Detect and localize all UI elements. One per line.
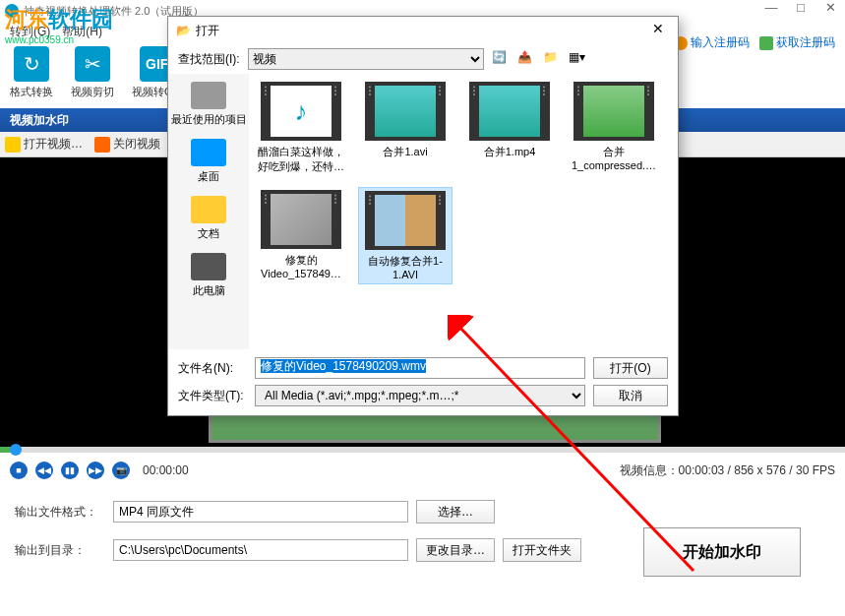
filename-label: 文件名(N): — [178, 360, 247, 377]
dialog-title: 打开 — [196, 23, 219, 39]
output-format-label: 输出文件格式： — [15, 504, 113, 521]
tool-crop[interactable]: ✂ 视频剪切 — [71, 46, 114, 103]
play-button[interactable]: ▮▮ — [61, 462, 79, 479]
dialog-close-button[interactable]: ✕ — [646, 21, 670, 40]
close-button[interactable]: ✕ — [815, 0, 845, 20]
time-display: 00:00:00 — [143, 463, 189, 477]
dialog-sidebar: 最近使用的项目 桌面 文档 此电脑 — [168, 74, 249, 349]
snapshot-button[interactable]: 📷 — [112, 462, 130, 479]
file-item[interactable]: 合并1.avi — [358, 79, 453, 177]
playback-controls: ■ ◀◀ ▮▮ ▶▶ 📷 00:00:00 视频信息：00:00:03 / 85… — [0, 453, 845, 488]
minimize-button[interactable]: — — [756, 0, 786, 20]
convert-icon: ↻ — [14, 46, 49, 82]
open-folder-button[interactable]: 打开文件夹 — [503, 538, 581, 562]
video-info: 视频信息：00:00:03 / 856 x 576 / 30 FPS — [620, 462, 835, 479]
change-dir-button[interactable]: 更改目录… — [416, 538, 495, 562]
stop-button[interactable]: ■ — [10, 462, 28, 479]
dialog-open-button[interactable]: 打开(O) — [593, 357, 668, 379]
dialog-cancel-button[interactable]: 取消 — [593, 385, 668, 406]
lookin-label: 查找范围(I): — [178, 51, 240, 68]
get-regcode-link[interactable]: 获取注册码 — [759, 34, 835, 51]
lookin-dropdown[interactable]: 视频 — [248, 48, 484, 70]
choose-format-button[interactable]: 选择… — [416, 500, 495, 524]
timeline-handle[interactable] — [10, 444, 22, 456]
card-icon — [759, 36, 773, 50]
music-icon: ♪ — [271, 86, 332, 137]
start-watermark-button[interactable]: 开始加水印 — [643, 527, 801, 577]
open-video-button[interactable]: 打开视频… — [5, 136, 83, 153]
site-watermark: 河东软件园 www.pc0359.cn — [5, 5, 113, 45]
close-video-button[interactable]: 关闭视频 — [94, 136, 160, 153]
output-dir-input[interactable] — [113, 539, 408, 561]
output-format-input[interactable] — [113, 501, 408, 523]
file-item[interactable]: 修复的Video_157849… — [254, 187, 348, 284]
newfolder-icon[interactable]: 📁 — [543, 50, 561, 68]
filename-input[interactable]: 修复的Video_1578490209.wmv — [255, 357, 585, 379]
lookin-row: 查找范围(I): 视频 🔄 📤 📁 ▦▾ — [168, 44, 678, 74]
view-icon[interactable]: ▦▾ — [569, 50, 586, 68]
timeline[interactable] — [0, 447, 845, 453]
dialog-titlebar: 📂 打开 ✕ — [168, 17, 678, 44]
dialog-bottom: 文件名(N): 修复的Video_1578490209.wmv 打开(O) 文件… — [168, 349, 678, 420]
file-list: ♪醋溜白菜这样做，好吃到爆，还特… 合并1.avi 合并1.mp4 合并1_co… — [249, 74, 678, 349]
filetype-label: 文件类型(T): — [178, 388, 247, 404]
sidebar-thispc[interactable]: 此电脑 — [191, 253, 226, 298]
output-dir-label: 输出到目录： — [15, 542, 113, 559]
sidebar-desktop[interactable]: 桌面 — [191, 139, 226, 184]
folder-icon — [5, 137, 21, 153]
crop-icon: ✂ — [75, 46, 110, 82]
filetype-dropdown[interactable]: All Media (*.avi;*.mpg;*.mpeg;*.m…;* — [255, 385, 585, 406]
file-item[interactable]: 合并1.mp4 — [462, 79, 557, 177]
tool-convert[interactable]: ↻ 格式转换 — [10, 46, 53, 103]
back-icon[interactable]: 🔄 — [492, 50, 510, 68]
window-controls: — □ ✕ — [756, 0, 845, 20]
up-icon[interactable]: 📤 — [517, 50, 535, 68]
sidebar-documents[interactable]: 文档 — [191, 196, 226, 241]
file-open-dialog: 📂 打开 ✕ 查找范围(I): 视频 🔄 📤 📁 ▦▾ 最近使用的项目 桌面 文… — [167, 16, 679, 416]
sidebar-recent[interactable]: 最近使用的项目 — [171, 82, 247, 127]
enter-regcode-link[interactable]: 输入注册码 — [674, 34, 750, 51]
file-item[interactable]: ♪醋溜白菜这样做，好吃到爆，还特… — [254, 79, 348, 177]
rewind-button[interactable]: ◀◀ — [35, 462, 53, 479]
close-video-icon — [94, 137, 110, 153]
file-item-selected[interactable]: 自动修复合并1-1.AVI — [358, 187, 453, 284]
file-item[interactable]: 合并1_compressed.… — [567, 79, 661, 177]
forward-button[interactable]: ▶▶ — [87, 462, 104, 479]
maximize-button[interactable]: □ — [786, 0, 815, 20]
